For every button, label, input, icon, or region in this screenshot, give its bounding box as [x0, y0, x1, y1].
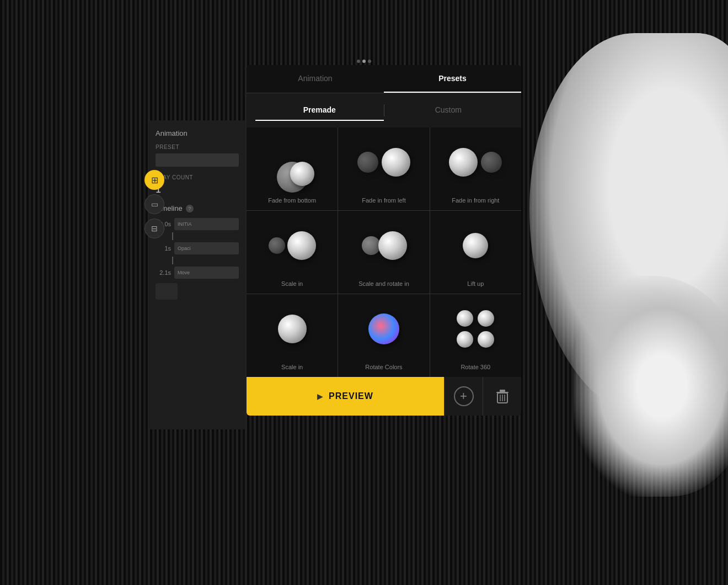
- dot-1: [357, 60, 360, 63]
- delete-button[interactable]: [483, 377, 521, 416]
- plus-icon: +: [460, 390, 467, 402]
- sub-tab-bar: Premade Custom: [247, 93, 521, 127]
- bottom-bar: ▶ PREVIEW +: [247, 377, 521, 416]
- timeline-bar-initia[interactable]: INITIA: [174, 218, 239, 230]
- icon-bar: ⊞ ▭ ⊟: [144, 170, 164, 238]
- preset-label-scale-in-2: Scale in: [277, 364, 307, 370]
- preset-label-fade-right: Fade in from right: [447, 197, 504, 204]
- sidebar-block-1: [156, 283, 178, 300]
- timeline-row-0: 0.0s INITIA: [156, 218, 239, 230]
- timeline-time-1: 1s: [156, 245, 171, 252]
- tab-animation[interactable]: Animation: [247, 65, 384, 93]
- preset-rotate-colors[interactable]: Rotate Colors: [338, 294, 429, 377]
- single-view-button[interactable]: ▭: [144, 194, 164, 214]
- preset-scale-rotate-in[interactable]: Scale and rotate in: [338, 211, 429, 294]
- help-icon: ?: [188, 206, 191, 211]
- preset-fade-in-from-right[interactable]: Fade in from right: [430, 127, 521, 210]
- preset-box[interactable]: [156, 153, 239, 167]
- timeline-row-2: 2.1s Move: [156, 267, 239, 279]
- main-panel: Animation Presets Premade Custom Fade fr…: [247, 65, 521, 416]
- preset-preview-fade-bottom: [247, 127, 338, 197]
- preset-label-lift-up: Lift up: [463, 280, 488, 287]
- sidebar-bottom-blocks: [156, 283, 239, 300]
- preset-scale-in-2[interactable]: Scale in: [247, 294, 338, 377]
- dot-sphere-3: [457, 331, 473, 348]
- preset-preview-scale-rotate: [338, 211, 429, 280]
- sidebar-title: Animation: [156, 129, 239, 137]
- preset-preview-scale-in: [247, 211, 338, 280]
- preview-button[interactable]: ▶ PREVIEW: [247, 377, 444, 416]
- preset-label: PRESET: [156, 144, 239, 150]
- play-count-value: 1: [156, 184, 239, 195]
- preset-lift-up[interactable]: Lift up: [430, 211, 521, 294]
- grid-icon: ⊞: [151, 175, 158, 185]
- preset-preview-fade-left: [338, 127, 429, 197]
- four-dots-grid: [457, 310, 494, 348]
- dot-sphere-2: [478, 310, 494, 327]
- timeline-time-2: 2.1s: [156, 269, 171, 276]
- play-count-label: PLAY COUNT: [156, 174, 239, 180]
- timeline-connector-2: [172, 257, 173, 264]
- tab-bar: Animation Presets: [247, 65, 521, 93]
- split-view-button[interactable]: ⊟: [144, 219, 164, 238]
- preset-preview-lift-up: [430, 211, 521, 280]
- timeline-row-1: 1s Opaci: [156, 242, 239, 254]
- dot-sphere-1: [457, 310, 473, 327]
- preset-label-fade-left: Fade in from left: [357, 197, 410, 204]
- tab-presets[interactable]: Presets: [384, 65, 521, 93]
- preset-label-fade-bottom: Fade from bottom: [264, 197, 320, 204]
- preset-preview-rotate-colors: [338, 294, 429, 364]
- split-icon: ⊟: [151, 224, 158, 233]
- preset-fade-in-from-left[interactable]: Fade in from left: [338, 127, 429, 210]
- single-icon: ▭: [151, 200, 158, 209]
- preset-scale-in[interactable]: Scale in: [247, 211, 338, 294]
- dot-3: [368, 60, 371, 63]
- preset-fade-from-bottom[interactable]: Fade from bottom: [247, 127, 338, 210]
- preset-preview-fade-right: [430, 127, 521, 197]
- play-icon: ▶: [317, 392, 323, 401]
- svg-rect-1: [500, 390, 505, 392]
- timeline-connector-1: [172, 232, 173, 240]
- top-dots-indicator: [357, 60, 371, 63]
- preview-button-label: PREVIEW: [329, 391, 373, 401]
- preset-rotate-360[interactable]: Rotate 360: [430, 294, 521, 377]
- trash-icon: [495, 389, 510, 404]
- sub-tab-premade[interactable]: Premade: [255, 100, 384, 121]
- sub-tab-custom[interactable]: Custom: [384, 100, 513, 121]
- preset-label-scale-in: Scale in: [277, 280, 307, 287]
- dot-sphere-4: [478, 331, 494, 348]
- preset-label-scale-rotate: Scale and rotate in: [354, 280, 414, 287]
- preset-preview-scale-in-2: [247, 294, 338, 364]
- timeline-help-button[interactable]: ?: [186, 205, 194, 212]
- preset-label-rotate-colors: Rotate Colors: [361, 364, 406, 370]
- animation-sidebar: Animation PRESET PLAY COUNT 1 Timeline ?…: [149, 120, 245, 429]
- presets-grid: Fade from bottom Fade in from left Fade …: [247, 127, 521, 377]
- add-circle-icon: +: [454, 386, 474, 406]
- grid-view-button[interactable]: ⊞: [144, 170, 164, 190]
- color-sphere: [368, 313, 399, 344]
- timeline-bar-move[interactable]: Move: [174, 267, 239, 279]
- dot-2: [362, 60, 366, 63]
- preset-preview-rotate-360: [430, 294, 521, 364]
- preset-label-rotate-360: Rotate 360: [456, 364, 495, 370]
- timeline-bar-opaci[interactable]: Opaci: [174, 242, 239, 254]
- add-button[interactable]: +: [444, 377, 483, 416]
- timeline-header: Timeline ?: [156, 204, 239, 212]
